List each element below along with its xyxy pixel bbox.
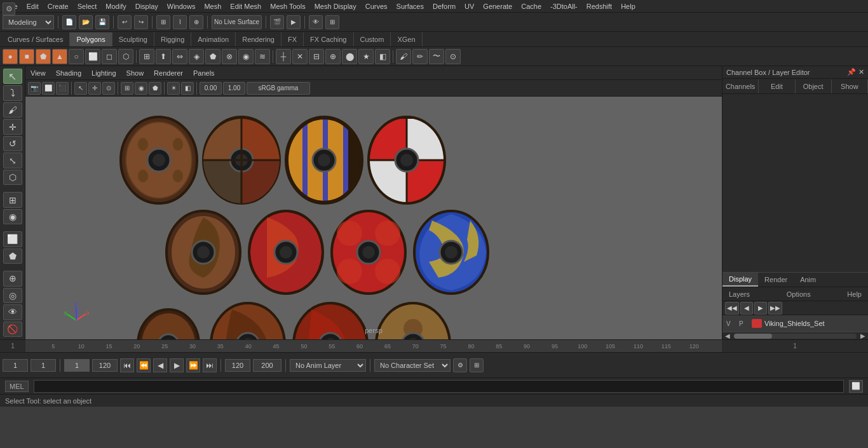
wireframe-btn[interactable]: ⊞	[121, 82, 133, 95]
scrollbar-track[interactable]	[734, 334, 857, 339]
menu-deform[interactable]: Deform	[429, 1, 459, 11]
sphere-btn[interactable]: ●	[3, 49, 18, 64]
end-frame-input[interactable]	[92, 359, 118, 372]
no-live-surface-btn[interactable]: No Live Surface	[212, 15, 262, 29]
script-language-btn[interactable]: MEL	[5, 381, 29, 392]
menu-curves[interactable]: Curves	[362, 1, 391, 11]
combine-btn[interactable]: ⊞	[139, 49, 154, 64]
lasso-tool-btn[interactable]: ⤵	[3, 85, 22, 100]
tab-custom[interactable]: Custom	[354, 32, 391, 46]
tab-xgen[interactable]: XGen	[391, 32, 422, 46]
bevel-btn[interactable]: ◈	[189, 49, 204, 64]
menu-mesh[interactable]: Mesh	[200, 1, 225, 11]
command-input[interactable]	[34, 380, 844, 393]
menu-select[interactable]: Select	[74, 1, 101, 11]
torus-btn[interactable]: ○	[69, 49, 84, 64]
anim-options-btn[interactable]: ⊞	[470, 358, 484, 372]
disp-tab-anim[interactable]: Anim	[794, 273, 822, 286]
layers-back-btn[interactable]: ◀	[740, 302, 753, 315]
show-deformers-btn[interactable]: ◎	[3, 288, 22, 303]
redo-btn[interactable]: ↪	[134, 15, 148, 29]
menu-edit[interactable]: Edit	[23, 1, 43, 11]
workspace-select[interactable]: Modeling Rigging Animation FX Rendering	[3, 15, 54, 29]
command-scroll-btn[interactable]: ⬜	[849, 380, 863, 393]
scrollbar-thumb[interactable]	[734, 334, 772, 339]
menu-surfaces[interactable]: Surfaces	[393, 1, 428, 11]
menu-mesh-display[interactable]: Mesh Display	[311, 1, 360, 11]
menu-uv[interactable]: UV	[461, 1, 478, 11]
split-poly-btn[interactable]: ⊟	[309, 49, 324, 64]
render-settings-btn[interactable]: 🎬	[270, 15, 284, 29]
play-back-btn[interactable]: ◀	[153, 358, 167, 372]
tab-polygons[interactable]: Polygons	[70, 32, 112, 46]
tab-fx[interactable]: FX	[281, 32, 304, 46]
tab-sculpting[interactable]: Sculpting	[112, 32, 154, 46]
menu-cache[interactable]: Cache	[517, 1, 545, 11]
anim-layer-select[interactable]: No Anim Layer	[290, 359, 366, 372]
menu-windows[interactable]: Windows	[163, 1, 200, 11]
snap-grid-btn[interactable]: ⊞	[156, 15, 170, 29]
show-joints-btn[interactable]: ⊕	[3, 271, 22, 286]
scale-tool-btn[interactable]: ⤡	[3, 153, 22, 168]
delete-edge-btn[interactable]: ✕	[292, 49, 308, 64]
select-cam-btn[interactable]: ↖	[74, 82, 87, 95]
timeline-ruler[interactable]: 5101520253035404550556065707580859095100…	[25, 340, 722, 353]
cube-btn[interactable]: ■	[19, 49, 34, 64]
viewport-menu-lighting[interactable]: Lighting	[89, 68, 119, 78]
disk-btn[interactable]: ◻	[102, 49, 117, 64]
menu-edit-mesh[interactable]: Edit Mesh	[226, 1, 265, 11]
poke-btn[interactable]: ★	[358, 49, 374, 64]
channel-box-close[interactable]: ✕	[858, 68, 864, 76]
relax-btn[interactable]: 〜	[429, 49, 444, 64]
menu-modify[interactable]: Modify	[102, 1, 130, 11]
cone-btn[interactable]: ▲	[52, 49, 67, 64]
platonic-btn[interactable]: ⬡	[118, 49, 133, 64]
menu-3dtoall[interactable]: -3DtoAll-	[546, 1, 581, 11]
layer-playback[interactable]: P	[739, 320, 749, 327]
menu-display[interactable]: Display	[132, 1, 162, 11]
shelf-settings-btn[interactable]: ⚙	[3, 3, 15, 15]
camera-btn[interactable]: 📷	[28, 82, 41, 95]
range-end[interactable]	[253, 359, 281, 372]
scroll-left-btn[interactable]: ◀	[722, 332, 733, 339]
layers-next-btn[interactable]: ▶▶	[768, 302, 782, 315]
soft-select-btn[interactable]: ⊙	[445, 49, 461, 64]
edge-mode-btn[interactable]: ⬟	[3, 248, 22, 264]
layer-row[interactable]: V P Viking_Shields_Set	[724, 316, 867, 330]
undo-btn[interactable]: ↩	[118, 15, 132, 29]
snap-curve-btn[interactable]: ⌇	[173, 15, 187, 29]
playback-start[interactable]	[64, 359, 90, 372]
step-back-btn[interactable]: ⏪	[137, 358, 151, 372]
char-set-select[interactable]: No Character Set	[374, 359, 451, 372]
shadow-btn[interactable]: ◧	[181, 82, 194, 95]
disp-tab-render[interactable]: Render	[758, 273, 794, 286]
tab-fx-caching[interactable]: FX Caching	[304, 32, 353, 46]
step-fwd-btn[interactable]: ⏩	[186, 358, 200, 372]
soft-select-toggle[interactable]: ◉	[3, 209, 22, 224]
move-tool-btn[interactable]: ✛	[3, 119, 22, 134]
menu-help[interactable]: Help	[617, 1, 639, 11]
tab-curves-surfaces[interactable]: Curves / Surfaces	[1, 32, 70, 46]
component-mode-btn[interactable]: ⬜	[3, 231, 22, 247]
viewport-menu-view[interactable]: View	[28, 68, 48, 78]
render-preview-btn[interactable]: ▶	[287, 15, 301, 29]
current-frame-input[interactable]	[31, 359, 56, 372]
cb-tab-show[interactable]: Show	[832, 79, 868, 93]
play-fwd-btn[interactable]: ▶	[170, 358, 184, 372]
snap-modes-btn[interactable]: ⊞	[3, 192, 22, 207]
scroll-right-btn[interactable]: ▶	[858, 332, 868, 339]
tab-animation[interactable]: Animation	[191, 32, 236, 46]
gamma-btn[interactable]: sRGB gamma	[247, 82, 310, 95]
timeline[interactable]: 1 51015202530354045505560657075808590951…	[0, 339, 868, 352]
layers-menu-options[interactable]: Options	[784, 290, 813, 298]
viewport-menu-panels[interactable]: Panels	[191, 68, 217, 78]
save-file-btn[interactable]: 💾	[95, 15, 109, 29]
select-tool-btn[interactable]: ↖	[3, 69, 22, 84]
layer-visibility[interactable]: V	[726, 320, 736, 327]
fill-hole-btn[interactable]: ⬤	[342, 49, 357, 64]
merge-btn[interactable]: ⬟	[205, 49, 220, 64]
skip-to-start-btn[interactable]: ⏮	[120, 358, 134, 372]
snap-point-btn[interactable]: ⊕	[189, 15, 203, 29]
wedge-btn[interactable]: ◧	[375, 49, 390, 64]
crease-btn[interactable]: ≋	[255, 49, 270, 64]
